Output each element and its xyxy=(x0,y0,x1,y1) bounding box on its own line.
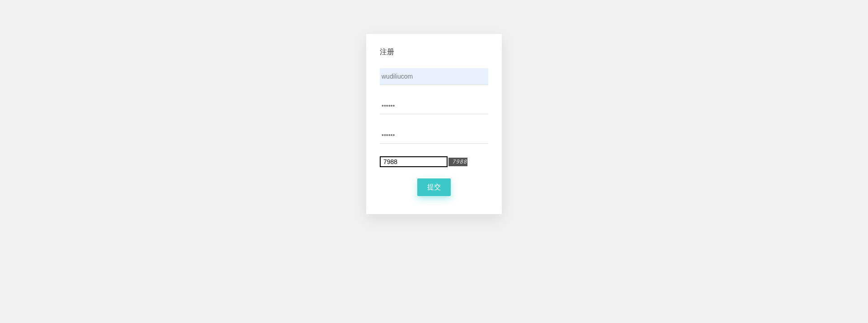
captcha-row: 7988 xyxy=(380,156,488,167)
submit-button[interactable]: 提交 xyxy=(417,178,451,196)
confirm-password-input[interactable] xyxy=(380,127,488,144)
username-input[interactable] xyxy=(380,68,488,85)
captcha-input[interactable] xyxy=(380,156,448,167)
registration-card: 注册 7988 提交 xyxy=(366,34,502,214)
form-title: 注册 xyxy=(380,47,488,57)
captcha-image[interactable]: 7988 xyxy=(448,158,467,166)
submit-row: 提交 xyxy=(380,178,488,196)
password-input[interactable] xyxy=(380,98,488,114)
